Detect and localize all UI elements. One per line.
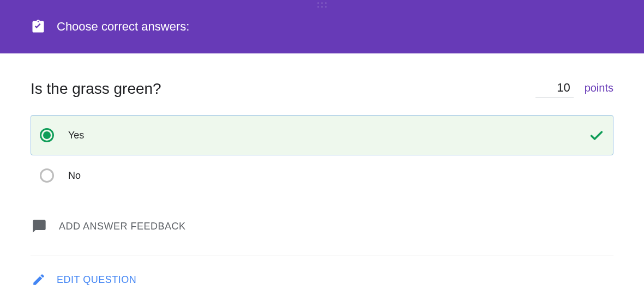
radio-icon [40, 168, 54, 183]
question-row: Is the grass green? points [31, 80, 613, 98]
pencil-icon [32, 273, 46, 287]
question-text: Is the grass green? [31, 80, 161, 98]
points-label: points [585, 82, 613, 94]
edit-question-label: EDIT QUESTION [57, 274, 136, 286]
divider [31, 256, 613, 256]
add-feedback-button[interactable]: ADD ANSWER FEEDBACK [31, 219, 613, 234]
answer-option[interactable]: Yes [31, 115, 613, 155]
answer-option[interactable]: No [31, 155, 613, 196]
radio-icon [40, 128, 54, 142]
answer-key-header: Choose correct answers: [0, 0, 644, 53]
checkmark-icon [589, 128, 604, 143]
clipboard-check-icon [31, 19, 46, 35]
speech-bubble-icon [32, 219, 47, 234]
points-wrap: points [535, 80, 613, 98]
option-label: No [68, 170, 604, 182]
points-input[interactable] [535, 80, 574, 98]
edit-question-button[interactable]: EDIT QUESTION [31, 273, 613, 287]
content-area: Is the grass green? points Yes No ADD AN… [0, 53, 644, 287]
option-label: Yes [68, 130, 575, 141]
add-feedback-label: ADD ANSWER FEEDBACK [59, 221, 186, 232]
drag-handle-icon[interactable] [317, 0, 327, 8]
header-title: Choose correct answers: [57, 20, 189, 34]
